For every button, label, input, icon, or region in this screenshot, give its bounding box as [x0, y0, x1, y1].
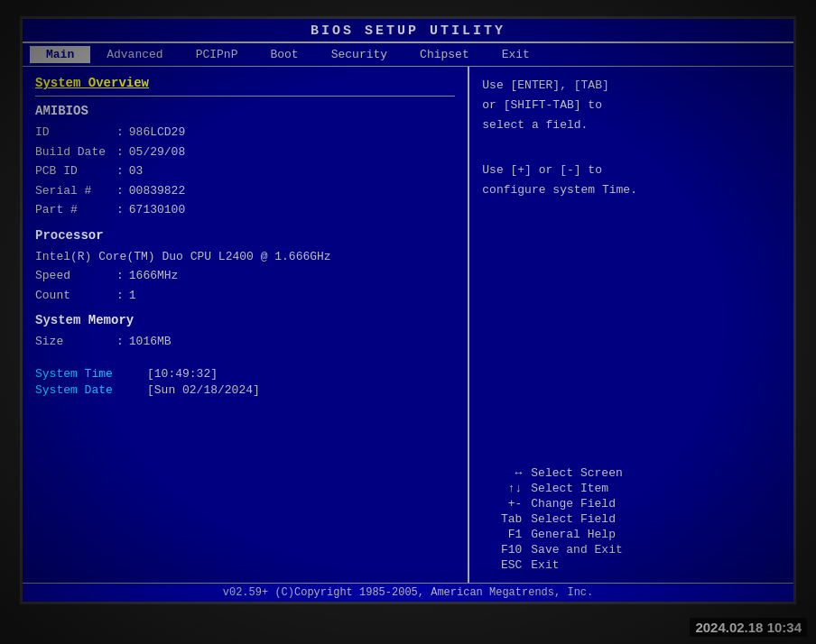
keybind-screen-desc: Select Screen	[531, 466, 622, 480]
bios-id-row: ID : 986LCD29	[35, 124, 455, 142]
nav-pcipnp[interactable]: PCIPnP	[180, 46, 255, 63]
bios-id-value: 986LCD29	[129, 124, 185, 142]
speed-sep: :	[116, 267, 124, 285]
nav-exit[interactable]: Exit	[486, 46, 546, 63]
size-row: Size : 1016MB	[35, 333, 455, 351]
help-line-4	[482, 135, 781, 155]
speed-row: Speed : 1666MHz	[35, 267, 455, 285]
help-line-2: or [SHIFT-TAB] to	[482, 96, 781, 115]
keybind-item-key: ↑↓	[482, 482, 522, 495]
keybind-tab-desc: Select Field	[531, 512, 616, 526]
keybind-f10: F10 Save and Exit	[482, 543, 781, 557]
serial-value: 00839822	[129, 182, 185, 200]
count-value: 1	[129, 287, 136, 305]
system-date-label: System Date	[35, 383, 144, 397]
size-label: Size	[35, 333, 116, 351]
serial-row: Serial # : 00839822	[35, 182, 455, 200]
system-time-value[interactable]: [10:49:32]	[144, 367, 221, 381]
keybind-esc-key: ESC	[482, 558, 522, 572]
system-overview-title: System Overview	[35, 76, 455, 90]
build-date-row: Build Date : 05/29/08	[35, 143, 455, 161]
help-line-3: select a field.	[482, 115, 781, 135]
part-value: 67130100	[129, 201, 185, 219]
main-area: System Overview AMIBIOS ID : 986LCD29 Bu…	[23, 67, 793, 583]
keybind-esc-desc: Exit	[531, 558, 559, 572]
processor-full-line: Intel(R) Core(TM) Duo CPU L2400 @ 1.666G…	[35, 248, 455, 266]
keybind-item-desc: Select Item	[531, 482, 608, 495]
nav-bar: Main Advanced PCIPnP Boot Security Chips…	[23, 43, 793, 67]
system-time-row: System Time [10:49:32]	[35, 367, 455, 381]
serial-label: Serial #	[35, 182, 116, 200]
keybind-screen: ↔ Select Screen	[482, 466, 781, 480]
keybind-tab-field: Tab Select Field	[482, 512, 781, 526]
help-line-5: Use [+] or [-] to	[482, 161, 781, 180]
footer-text: v02.59+ (C)Copyright 1985-2005, American…	[223, 586, 593, 599]
build-date-sep: :	[116, 143, 124, 161]
count-row: Count : 1	[35, 287, 455, 305]
build-date-label: Build Date	[35, 143, 116, 161]
bios-title: BIOS SETUP UTILITY	[311, 23, 505, 39]
pcb-id-value: 03	[129, 162, 144, 180]
keybind-item: ↑↓ Select Item	[482, 482, 781, 495]
title-bar: BIOS SETUP UTILITY	[23, 19, 793, 43]
keybind-screen-key: ↔	[482, 466, 522, 480]
pcb-id-label: PCB ID	[35, 162, 116, 180]
bios-id-label: ID	[35, 124, 116, 142]
keybind-change-key: +-	[482, 497, 522, 511]
nav-main[interactable]: Main	[30, 46, 90, 63]
speed-value: 1666MHz	[129, 267, 179, 285]
processor-title: Processor	[35, 228, 455, 243]
memory-title: System Memory	[35, 313, 455, 327]
keybind-tab-key: Tab	[482, 512, 522, 526]
nav-boot[interactable]: Boot	[254, 46, 314, 63]
pcb-id-row: PCB ID : 03	[35, 162, 455, 180]
bios-screen: BIOS SETUP UTILITY Main Advanced PCIPnP …	[20, 16, 796, 604]
keybind-f1: F1 General Help	[482, 528, 781, 541]
help-text: Use [ENTER], [TAB] or [SHIFT-TAB] to sel…	[482, 76, 781, 201]
nav-chipset[interactable]: Chipset	[403, 46, 486, 63]
part-label: Part #	[35, 201, 116, 219]
amibios-title: AMIBIOS	[35, 104, 455, 118]
footer: v02.59+ (C)Copyright 1985-2005, American…	[23, 583, 793, 602]
speed-label: Speed	[35, 267, 116, 285]
serial-sep: :	[116, 182, 124, 200]
keybind-section: ↔ Select Screen ↑↓ Select Item +- Change…	[482, 466, 781, 574]
size-value: 1016MB	[129, 333, 172, 351]
divider1	[35, 96, 455, 97]
keybind-f10-desc: Save and Exit	[531, 543, 622, 557]
count-label: Count	[35, 287, 116, 305]
system-date-row: System Date [Sun 02/18/2024]	[35, 383, 455, 397]
keybind-f10-key: F10	[482, 543, 522, 557]
bios-id-sep: :	[116, 124, 124, 142]
left-panel: System Overview AMIBIOS ID : 986LCD29 Bu…	[23, 67, 469, 583]
photo-frame: BIOS SETUP UTILITY Main Advanced PCIPnP …	[0, 0, 816, 644]
keybind-f1-key: F1	[482, 528, 522, 541]
size-sep: :	[116, 333, 124, 351]
right-panel: Use [ENTER], [TAB] or [SHIFT-TAB] to sel…	[469, 67, 793, 583]
keybind-change-desc: Change Field	[531, 497, 616, 511]
timestamp: 2024.02.18 10:34	[690, 618, 807, 637]
system-time-label: System Time	[35, 367, 144, 381]
keybind-esc: ESC Exit	[482, 558, 781, 572]
count-sep: :	[116, 287, 124, 305]
part-row: Part # : 67130100	[35, 201, 455, 219]
help-line-6: configure system Time.	[482, 180, 781, 200]
part-sep: :	[116, 201, 124, 219]
keybind-change: +- Change Field	[482, 497, 781, 511]
keybind-f1-desc: General Help	[531, 528, 616, 541]
build-date-value: 05/29/08	[129, 143, 185, 161]
help-line-1: Use [ENTER], [TAB]	[482, 76, 781, 96]
system-date-value[interactable]: [Sun 02/18/2024]	[144, 383, 264, 397]
nav-security[interactable]: Security	[315, 46, 403, 63]
nav-advanced[interactable]: Advanced	[90, 46, 179, 63]
time-date-section: System Time [10:49:32] System Date [Sun …	[35, 367, 455, 397]
pcb-id-sep: :	[116, 162, 124, 180]
